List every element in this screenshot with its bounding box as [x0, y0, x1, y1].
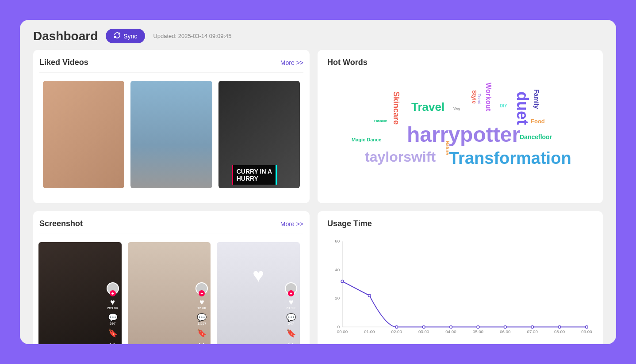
svg-text:02:00: 02:00: [391, 329, 402, 334]
heart-icon[interactable]: ♥: [110, 298, 115, 306]
svg-text:40: 40: [335, 267, 340, 272]
hot-word[interactable]: taylorswift: [365, 149, 436, 165]
screenshot-title: Screenshot: [39, 219, 83, 228]
heart-icon[interactable]: ♥: [199, 298, 204, 306]
avatar[interactable]: [195, 282, 208, 295]
svg-text:0: 0: [337, 324, 340, 329]
hot-word[interactable]: Magic Dance: [352, 137, 381, 142]
screenshot-card: Screenshot More >> ♥289.8K 💬697 🔖 ↪29.2K: [33, 211, 310, 344]
hot-word[interactable]: Dancefloor: [520, 133, 552, 140]
hot-word[interactable]: Trend: [477, 94, 482, 105]
svg-text:07:00: 07:00: [527, 329, 538, 334]
hot-word[interactable]: Travel: [411, 100, 444, 114]
screenshot-thumb[interactable]: ♥12.6K 💬1,557 🔖 ↪413: [128, 242, 211, 344]
screenshot-more-link[interactable]: More >>: [280, 220, 303, 228]
hot-word[interactable]: Transformation: [449, 149, 571, 168]
tiktok-sidebar: ♥12.6K 💬1,557 🔖 ↪413: [195, 282, 208, 344]
sync-button-label: Sync: [123, 33, 137, 40]
video-caption: CURRY IN A HURRY: [232, 165, 277, 185]
hot-word[interactable]: Nature: [445, 141, 450, 155]
heart-icon[interactable]: ♥: [289, 298, 294, 306]
svg-text:05:00: 05:00: [473, 329, 484, 334]
usage-time-chart: 020406000:0001:0002:0003:0004:0005:0006:…: [327, 235, 593, 339]
svg-text:09:00: 09:00: [581, 329, 592, 334]
hot-words-title: Hot Words: [327, 58, 368, 67]
svg-point-24: [586, 326, 588, 328]
svg-point-14: [450, 326, 452, 328]
wordcloud: harrypotterTransformationtaylorswiftTrav…: [327, 80, 593, 195]
avatar[interactable]: [285, 282, 297, 295]
hot-word[interactable]: Style: [471, 90, 478, 104]
hot-word[interactable]: Vlog: [453, 107, 460, 110]
svg-text:20: 20: [335, 296, 340, 300]
bookmark-icon[interactable]: 🔖: [286, 329, 296, 337]
screenshot-thumb[interactable]: ♥289.8K 💬697 🔖 ↪29.2K: [38, 242, 122, 344]
svg-point-22: [558, 326, 561, 328]
header: Dashboard Sync Updated: 2025-03-14 09:09…: [33, 29, 603, 43]
hot-words-card: Hot Words harrypotterTransformationtaylo…: [318, 50, 603, 203]
hot-word[interactable]: Food: [531, 118, 545, 125]
bookmark-icon[interactable]: 🔖: [197, 329, 207, 337]
svg-point-6: [341, 280, 344, 283]
svg-text:03:00: 03:00: [418, 329, 429, 334]
svg-text:04:00: 04:00: [445, 329, 456, 334]
hot-word[interactable]: Fashion: [374, 119, 387, 123]
heart-mask-icon: ♥: [253, 264, 264, 286]
svg-point-10: [395, 326, 398, 328]
hot-word[interactable]: Family: [533, 89, 540, 109]
liked-video-thumb[interactable]: [130, 81, 212, 188]
svg-point-8: [368, 294, 371, 297]
svg-point-18: [504, 326, 506, 328]
share-icon[interactable]: ↪: [288, 341, 295, 344]
hot-word[interactable]: harrypotter: [407, 122, 520, 147]
liked-video-thumb[interactable]: CURRY IN A HURRY: [218, 81, 300, 188]
liked-videos-more-link[interactable]: More >>: [280, 59, 303, 66]
sync-icon: [114, 32, 121, 40]
svg-text:01:00: 01:00: [364, 329, 375, 334]
screenshot-thumb[interactable]: ♥ ↻ Repost to followers ♥61.2K 💬247 🔖 ↪9…: [217, 242, 300, 344]
svg-point-16: [477, 326, 479, 328]
hot-word[interactable]: duet: [513, 91, 532, 125]
sync-button[interactable]: Sync: [106, 29, 145, 43]
tiktok-sidebar: ♥289.8K 💬697 🔖 ↪29.2K: [107, 282, 119, 344]
liked-videos-title: Liked Videos: [39, 58, 88, 67]
svg-text:06:00: 06:00: [500, 329, 511, 334]
svg-point-20: [531, 326, 534, 328]
comment-icon[interactable]: 💬: [197, 314, 207, 322]
usage-time-card: Usage Time 020406000:0001:0002:0003:0004…: [318, 211, 603, 344]
hot-word[interactable]: Workout: [484, 83, 492, 111]
share-icon[interactable]: ↪: [109, 341, 116, 344]
updated-text: Updated: 2025-03-14 09:09:45: [153, 33, 231, 39]
share-icon[interactable]: ↪: [199, 341, 205, 344]
liked-video-thumb[interactable]: [43, 81, 124, 188]
hot-word[interactable]: Skincare: [391, 91, 401, 125]
page-title: Dashboard: [33, 29, 98, 43]
liked-videos-card: Liked Videos More >> CURRY IN A HURRY: [33, 50, 310, 203]
svg-text:60: 60: [335, 239, 340, 243]
comment-icon[interactable]: 💬: [286, 314, 296, 322]
dashboard-container: Dashboard Sync Updated: 2025-03-14 09:09…: [20, 20, 616, 344]
bookmark-icon[interactable]: 🔖: [108, 329, 118, 337]
hot-word[interactable]: DIY: [500, 103, 507, 108]
tiktok-sidebar: ♥61.2K 💬247 🔖 ↪9,600: [285, 282, 297, 344]
comment-icon[interactable]: 💬: [108, 314, 118, 322]
svg-text:08:00: 08:00: [554, 329, 565, 334]
svg-text:00:00: 00:00: [337, 329, 348, 334]
usage-time-title: Usage Time: [327, 219, 372, 228]
avatar[interactable]: [107, 282, 119, 295]
svg-point-12: [422, 326, 425, 328]
